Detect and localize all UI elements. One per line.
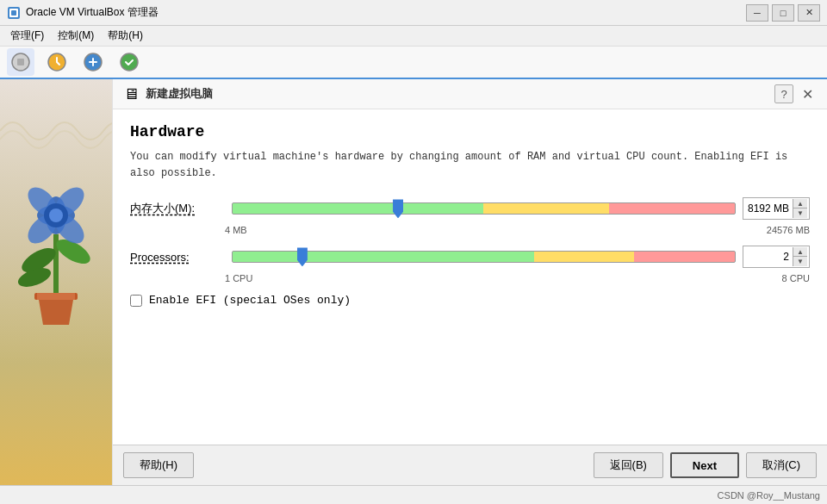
ram-slider-track[interactable]	[232, 202, 736, 215]
toolbar-icon-4[interactable]	[115, 48, 143, 76]
menu-help[interactable]: 帮助(H)	[101, 27, 150, 45]
toolbar	[0, 47, 827, 79]
svg-rect-2	[11, 10, 16, 16]
ram-slider-handle[interactable]	[393, 199, 403, 218]
cpu-slider-container	[232, 251, 736, 263]
sidebar	[0, 79, 112, 485]
ram-range: 4 MB 24576 MB	[130, 223, 810, 237]
sidebar-illustration	[9, 165, 103, 338]
efi-checkbox[interactable]	[130, 295, 142, 307]
ram-min-label: 4 MB	[225, 225, 247, 235]
cpu-spinners: ▲ ▼	[793, 247, 807, 266]
ram-label: 内存大小(M):	[130, 201, 225, 216]
ram-value: 8192 MB	[745, 202, 793, 215]
title-bar: Oracle VM VirtualBox 管理器 ─ □ ✕	[0, 0, 827, 26]
svg-point-7	[121, 53, 138, 71]
cpu-slider-row: Processors: 2 ▲ ▼	[130, 246, 810, 268]
cpu-min-label: 1 CPU	[225, 273, 252, 283]
status-bar: CSDN @Roy__Mustang	[0, 485, 827, 504]
cpu-slider-handle[interactable]	[297, 247, 308, 266]
toolbar-icon-2[interactable]	[43, 48, 71, 76]
cpu-slider-track[interactable]	[232, 251, 736, 263]
sidebar-decoration	[0, 105, 112, 157]
cpu-up-button[interactable]: ▲	[793, 247, 807, 257]
ram-track-inner	[232, 202, 736, 215]
dialog-content: Hardware You can modify virtual machine'…	[113, 109, 827, 445]
ram-value-box: 8192 MB ▲ ▼	[743, 197, 810, 220]
next-button[interactable]: Next	[670, 452, 739, 478]
menu-manage[interactable]: 管理(F)	[3, 27, 51, 45]
status-watermark: CSDN @Roy__Mustang	[718, 490, 820, 501]
cpu-down-button[interactable]: ▼	[793, 257, 807, 266]
dialog-area: 🖥 新建虚拟电脑 ? ✕ Hardware You can modify vir…	[112, 79, 827, 485]
minimize-button[interactable]: ─	[746, 4, 768, 22]
svg-point-19	[49, 208, 63, 222]
app-title: Oracle VM VirtualBox 管理器	[26, 5, 746, 20]
help-icon-button[interactable]: ?	[774, 84, 793, 103]
section-desc: You can modify virtual machine's hardwar…	[130, 149, 810, 182]
toolbar-icon-1[interactable]	[7, 48, 34, 76]
ram-slider-container	[232, 202, 736, 215]
cancel-button[interactable]: 取消(C)	[746, 452, 817, 478]
ram-down-button[interactable]: ▼	[793, 208, 807, 218]
ram-spinners: ▲ ▼	[793, 199, 807, 218]
cpu-max-label: 8 CPU	[782, 273, 810, 283]
toolbar-icon-3[interactable]	[79, 48, 107, 76]
cpu-value: 2	[745, 251, 793, 263]
main-area: 🖥 新建虚拟电脑 ? ✕ Hardware You can modify vir…	[0, 79, 827, 485]
ram-up-button[interactable]: ▲	[793, 199, 807, 208]
plant-svg	[9, 165, 103, 338]
dialog-title: 新建虚拟电脑	[146, 86, 213, 102]
cpu-value-box: 2 ▲ ▼	[743, 246, 810, 268]
dialog-close-button[interactable]: ✕	[799, 86, 817, 103]
svg-marker-22	[37, 293, 75, 300]
maximize-button[interactable]: □	[772, 4, 794, 22]
window-controls: ─ □ ✕	[746, 4, 820, 22]
ram-slider-row: 内存大小(M): 8192 MB ▲ ▼	[130, 197, 810, 220]
back-button[interactable]: 返回(B)	[594, 452, 663, 478]
cpu-range: 1 CPU 8 CPU	[130, 271, 810, 285]
ram-max-label: 24576 MB	[767, 225, 810, 235]
help-button[interactable]: 帮助(H)	[123, 452, 194, 478]
menu-bar: 管理(F) 控制(M) 帮助(H)	[0, 26, 827, 47]
svg-marker-21	[39, 300, 73, 325]
close-button[interactable]: ✕	[798, 4, 820, 22]
menu-control[interactable]: 控制(M)	[51, 27, 101, 45]
svg-rect-4	[17, 59, 24, 65]
app-icon	[7, 6, 21, 20]
cpu-label: Processors:	[130, 251, 225, 264]
section-title: Hardware	[130, 123, 810, 140]
footer-left: 帮助(H)	[123, 452, 594, 478]
dialog-header-icon: 🖥	[123, 85, 139, 103]
efi-checkbox-row: Enable EFI (special OSes only)	[130, 294, 810, 307]
dialog-header: 🖥 新建虚拟电脑 ? ✕	[113, 79, 827, 109]
efi-label[interactable]: Enable EFI (special OSes only)	[149, 294, 351, 307]
dialog-footer: 帮助(H) 返回(B) Next 取消(C)	[113, 445, 827, 485]
footer-right: 返回(B) Next 取消(C)	[594, 452, 817, 478]
